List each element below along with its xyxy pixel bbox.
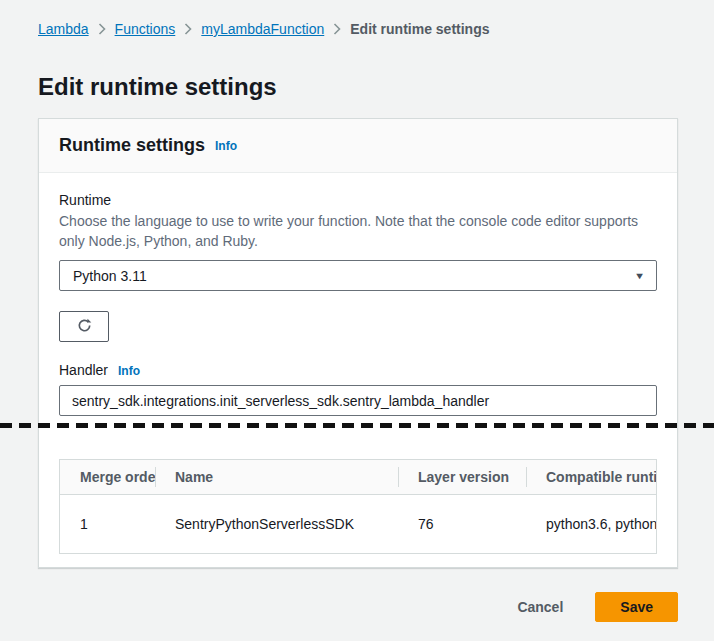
breadcrumb-link-lambda[interactable]: Lambda — [38, 21, 89, 37]
page-title: Edit runtime settings — [38, 73, 277, 101]
breadcrumb: Lambda Functions myLambdaFunction Edit r… — [38, 21, 489, 37]
handler-input[interactable] — [59, 385, 657, 416]
runtime-label: Runtime — [59, 191, 657, 209]
column-header-merge-order: Merge order — [60, 460, 155, 494]
runtime-field: Runtime Choose the language to use to wr… — [59, 191, 657, 342]
chevron-right-icon — [333, 23, 341, 35]
handler-label: Handler — [59, 361, 108, 379]
cell-merge-order: 1 — [60, 516, 155, 532]
column-header-layer-version: Layer version — [398, 460, 526, 494]
handler-info-link[interactable]: Info — [118, 364, 140, 378]
column-header-name: Name — [155, 460, 398, 494]
layers-table: Merge order Name Layer version Compatibl… — [59, 459, 657, 554]
screenshot-splice-dashed-line — [0, 423, 714, 428]
panel-info-link[interactable]: Info — [215, 139, 237, 153]
panel-title: Runtime settings — [59, 135, 205, 156]
cell-compatible-runtimes: python3.6, python3.7 — [526, 516, 657, 532]
panel-header: Runtime settings Info — [39, 119, 677, 173]
handler-field: Handler Info — [59, 361, 657, 416]
column-header-compatible-runtimes: Compatible runtimes — [526, 460, 657, 494]
panel-body: Runtime Choose the language to use to wr… — [39, 173, 677, 554]
refresh-runtimes-button[interactable] — [59, 311, 109, 342]
runtime-settings-panel: Runtime settings Info Runtime Choose the… — [38, 118, 678, 568]
layers-table-header: Merge order Name Layer version Compatibl… — [60, 460, 656, 495]
refresh-icon — [76, 317, 93, 337]
breadcrumb-link-function-name[interactable]: myLambdaFunction — [201, 21, 324, 37]
cancel-button[interactable]: Cancel — [511, 598, 569, 616]
breadcrumb-current: Edit runtime settings — [350, 21, 489, 37]
table-row: 1 SentryPythonServerlessSDK 76 python3.6… — [60, 495, 656, 553]
cell-layer-version: 76 — [398, 516, 526, 532]
caret-down-icon: ▼ — [634, 271, 645, 281]
breadcrumb-link-functions[interactable]: Functions — [115, 21, 176, 37]
runtime-select[interactable]: Python 3.11 ▼ — [59, 260, 657, 291]
runtime-selected-value: Python 3.11 — [73, 268, 147, 284]
cell-name: SentryPythonServerlessSDK — [155, 516, 398, 532]
footer-actions: Cancel Save — [511, 592, 678, 622]
save-button[interactable]: Save — [595, 592, 678, 622]
runtime-description: Choose the language to use to write your… — [59, 211, 657, 251]
chevron-right-icon — [184, 23, 192, 35]
chevron-right-icon — [98, 23, 106, 35]
